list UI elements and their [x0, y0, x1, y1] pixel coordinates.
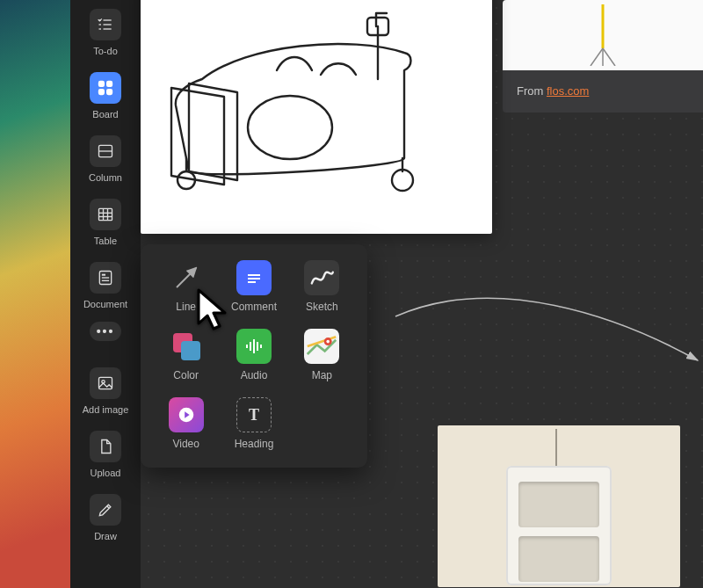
sidebar-label: Column	[89, 172, 122, 183]
heading-icon: T	[236, 397, 272, 432]
sidebar-item-board[interactable]: Board	[70, 63, 141, 127]
sidebar-label: Upload	[91, 468, 121, 478]
svg-line-22	[591, 48, 603, 66]
source-prefix: From	[517, 84, 547, 98]
sidebar-label: Table	[94, 236, 117, 246]
popup-label: Sketch	[306, 301, 338, 313]
sidebar-item-draw[interactable]: Draw	[70, 485, 141, 548]
sidebar-item-column[interactable]: Column	[70, 127, 141, 190]
popup-item-map[interactable]: Map	[293, 329, 352, 396]
svg-line-20	[107, 506, 110, 509]
comment-icon	[236, 260, 272, 295]
popup-label: Color	[173, 369, 199, 381]
popup-item-line[interactable]: Line	[156, 260, 215, 327]
popup-item-video[interactable]: Video	[156, 397, 215, 464]
table-icon	[90, 199, 121, 230]
sidebar-item-todo[interactable]: To-do	[70, 0, 141, 63]
upload-icon	[90, 431, 121, 462]
sidebar-label: Document	[83, 299, 127, 309]
board-canvas[interactable]: https://v From flos.com	[141, 0, 703, 588]
sketch-drawing	[141, 0, 492, 234]
color-icon	[169, 329, 204, 364]
svg-rect-5	[99, 90, 105, 95]
sidebar-label: Add image	[83, 404, 129, 415]
sidebar-label: Board	[92, 109, 118, 120]
shelf-photo-card[interactable]	[438, 425, 680, 587]
sidebar-label: Draw	[94, 531, 117, 541]
source-link[interactable]: flos.com	[547, 84, 589, 98]
sketch-icon	[304, 260, 339, 295]
popup-item-comment[interactable]: Comment	[224, 260, 283, 327]
svg-line-29	[177, 268, 196, 287]
popup-item-audio[interactable]: Audio	[224, 329, 283, 396]
svg-point-27	[392, 170, 413, 191]
column-icon	[90, 135, 121, 167]
insert-tool-popup: Line Comment Sketch Color Audio	[141, 244, 367, 468]
shelf-unit	[506, 466, 612, 585]
popup-item-sketch[interactable]: Sketch	[293, 260, 352, 327]
line-icon	[169, 260, 204, 295]
popup-label: Audio	[241, 369, 268, 381]
sidebar-item-table[interactable]: Table	[70, 190, 141, 253]
source-thumbnail	[503, 0, 703, 70]
svg-rect-6	[107, 90, 112, 95]
svg-rect-4	[107, 82, 112, 87]
popup-label: Video	[172, 438, 199, 450]
image-source-card[interactable]: From flos.com	[503, 0, 703, 113]
video-icon	[169, 397, 204, 432]
board-icon	[90, 72, 121, 104]
audio-icon	[236, 329, 272, 364]
shelf-cord	[555, 429, 557, 468]
connector-arrow[interactable]	[390, 290, 703, 387]
popup-item-heading[interactable]: T Heading	[224, 397, 283, 464]
popup-label: Line	[176, 301, 196, 313]
source-caption: From flos.com	[517, 84, 589, 98]
popup-label: Comment	[231, 301, 277, 313]
svg-point-40	[327, 340, 330, 344]
more-icon: •••	[90, 322, 121, 341]
sidebar-item-more[interactable]: •••	[70, 316, 141, 359]
svg-line-23	[603, 48, 615, 66]
image-icon	[90, 367, 121, 399]
svg-rect-9	[99, 208, 112, 220]
draw-icon	[90, 494, 121, 526]
popup-label: Heading	[235, 438, 274, 450]
popup-item-color[interactable]: Color	[156, 329, 215, 396]
sidebar: To-do Board Column Table Document ••• Ad…	[70, 0, 141, 588]
svg-rect-18	[99, 377, 112, 388]
sidebar-item-document[interactable]: Document	[70, 253, 141, 316]
sidebar-item-add-image[interactable]: Add image	[70, 359, 141, 422]
todo-icon	[90, 9, 121, 40]
svg-point-25	[248, 96, 332, 159]
map-icon	[304, 329, 339, 364]
sidebar-label: To-do	[93, 46, 118, 56]
sidebar-item-upload[interactable]: Upload	[70, 422, 141, 485]
sketch-card[interactable]	[141, 0, 492, 234]
document-icon	[90, 262, 121, 294]
popup-label: Map	[312, 369, 332, 381]
svg-rect-38	[308, 332, 336, 360]
desktop-wallpaper	[0, 0, 70, 588]
svg-rect-3	[99, 82, 105, 87]
